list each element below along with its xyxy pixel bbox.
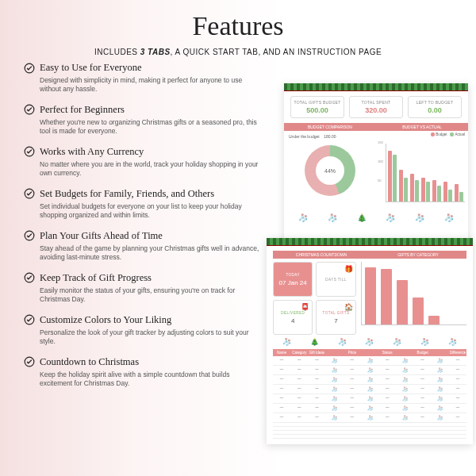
- table-row: [273, 435, 466, 439]
- stat-left-budget: LEFT TO BUDGET 0.00: [408, 96, 462, 118]
- stocking-icon: 🧦: [386, 213, 395, 222]
- page-title: Features: [0, 0, 476, 41]
- card-today: TODAY 07 Jan 24: [273, 262, 313, 297]
- feature-title: Keep Track of Gift Progress: [40, 272, 152, 284]
- table-row: ———🧦—🧦—🧦—🧦—: [273, 404, 466, 413]
- garland-decoration: [267, 238, 473, 246]
- feature-title: Countdown to Christmas: [40, 356, 139, 368]
- feature-list: Easy to Use for Everyone Designed with s…: [24, 62, 262, 398]
- stocking-icon: 🧦: [338, 338, 347, 346]
- card-delivered: DELIVERED 4 📮: [273, 300, 313, 335]
- feature-item: Plan Your Gifts Ahead of Time Stay ahead…: [24, 230, 262, 263]
- check-icon: [24, 146, 35, 157]
- check-icon: [24, 188, 35, 199]
- stocking-icon: 🧦: [448, 338, 457, 346]
- preview-budget-sheet: TOTAL GIFTS BUDGET 500.00 TOTAL SPENT 32…: [284, 83, 468, 246]
- feature-desc: Easily monitor the status of your gifts,…: [40, 286, 262, 305]
- feature-desc: Designed with simplicity in mind, making…: [40, 76, 262, 94]
- section-header: BUDGET VS ACTUAL: [376, 123, 468, 131]
- house-icon: 🏠: [344, 303, 353, 311]
- page-subtitle: INCLUDES 3 TABS, A QUICK START TAB, AND …: [0, 48, 476, 56]
- feature-title: Perfect for Beginners: [40, 104, 125, 116]
- feature-item: Countdown to Christmas Keep the holiday …: [24, 356, 262, 389]
- feature-desc: Set individual budgets for everyone on y…: [40, 202, 262, 221]
- table-header: Name Category Gift Ideas Price Status Bu…: [273, 349, 466, 356]
- section-header: BUDGET COMPARISON: [284, 123, 376, 131]
- section-header: GIFTS BY CATEGORY: [370, 251, 466, 259]
- category-bar-chart: [361, 262, 466, 335]
- stat-total-budget: TOTAL GIFTS BUDGET 500.00: [290, 96, 344, 118]
- grouped-bar-chart: BudgetActual 150 100 50: [376, 131, 468, 210]
- feature-item: Works with Any Currency No matter where …: [24, 146, 262, 178]
- check-icon: [24, 314, 35, 325]
- feature-desc: No matter where you are in the world, tr…: [40, 160, 262, 178]
- tree-icon: 🎄: [310, 338, 319, 346]
- stat-total-spent: TOTAL SPENT 320.00: [349, 96, 403, 118]
- feature-title: Set Budgets for Family, Friends, and Oth…: [40, 188, 214, 200]
- stocking-icon: 🧦: [420, 338, 429, 346]
- stocking-icon: 🧦: [282, 338, 291, 346]
- feature-item: Easy to Use for Everyone Designed with s…: [24, 62, 262, 94]
- check-icon: [24, 356, 35, 367]
- feature-desc: Whether you're new to organizing Christm…: [40, 118, 262, 136]
- tree-icon: 🎄: [357, 213, 367, 222]
- garland-decoration: [284, 83, 468, 91]
- gift-icon: 🎁: [344, 265, 353, 273]
- table-row: ———🧦—🧦—🧦—🧦—: [273, 413, 466, 423]
- check-icon: [24, 272, 35, 283]
- feature-desc: Stay ahead of the game by planning your …: [40, 244, 262, 263]
- card-days-till: DAYS TILL 🎁: [316, 262, 355, 297]
- check-icon: [24, 230, 35, 241]
- table-row: ———🧦—🧦—🧦—🧦—: [273, 394, 466, 404]
- section-header: CHRISTMAS COUNTDOWN: [273, 251, 370, 259]
- feature-item: Perfect for Beginners Whether you're new…: [24, 104, 262, 136]
- check-icon: [24, 104, 35, 115]
- preview-countdown-sheet: CHRISTMAS COUNTDOWN GIFTS BY CATEGORY TO…: [267, 238, 473, 444]
- stocking-icon: 🧦: [298, 213, 308, 222]
- table-row: ———🧦—🧦—🧦—🧦—: [273, 375, 466, 385]
- feature-item: Set Budgets for Family, Friends, and Oth…: [24, 188, 262, 221]
- feature-desc: Keep the holiday spirit alive with a sim…: [40, 370, 262, 389]
- feature-title: Works with Any Currency: [40, 146, 144, 158]
- stocking-icon: 🧦: [444, 213, 454, 222]
- stocking-icon: 🧦: [415, 213, 424, 222]
- stocking-icon: 🧦: [393, 338, 401, 346]
- card-total-gifts: TOTAL GIFTS 7 🏠: [316, 300, 355, 335]
- feature-title: Easy to Use for Everyone: [40, 62, 141, 74]
- stocking-icon: 🧦: [365, 338, 374, 346]
- check-icon: [24, 63, 35, 74]
- table-row: ———🧦—🧦—🧦—🧦—: [273, 385, 466, 394]
- table-row: ———🧦—🧦—🧦—🧦—: [273, 366, 466, 375]
- stocking-icon: 🧦: [328, 213, 337, 222]
- donut-chart: Under the budget 180.00 44%: [284, 131, 376, 210]
- feature-title: Customize Colors to Your Liking: [40, 314, 171, 326]
- table-row: ———🧦—🧦—🧦—🧦—: [273, 356, 466, 366]
- feature-item: Customize Colors to Your Liking Personal…: [24, 314, 262, 347]
- mailbox-icon: 📮: [301, 303, 309, 311]
- feature-title: Plan Your Gifts Ahead of Time: [40, 230, 163, 242]
- feature-item: Keep Track of Gift Progress Easily monit…: [24, 272, 262, 305]
- feature-desc: Personalize the look of your gift tracke…: [40, 328, 262, 347]
